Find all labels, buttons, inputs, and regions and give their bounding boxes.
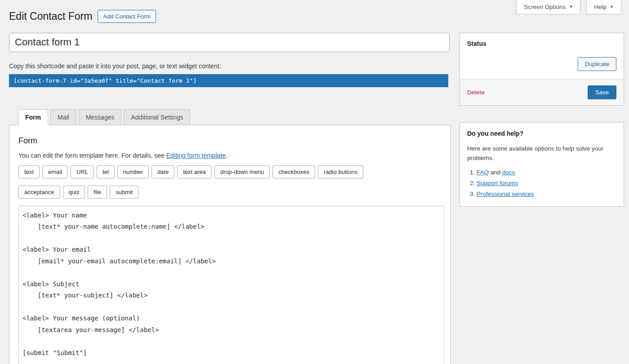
panel-description: You can edit the form template here. For… <box>18 152 441 159</box>
save-button[interactable]: Save <box>588 85 616 99</box>
sidebar: Status Duplicate Delete Save Do you need… <box>459 33 624 207</box>
tag-button-tel[interactable]: tel <box>97 165 115 178</box>
help-intro: Here are some available options to help … <box>460 138 624 163</box>
duplicate-row: Duplicate <box>460 50 624 79</box>
chevron-down-icon: ▼ <box>569 5 573 9</box>
tag-button-drop-down-menu[interactable]: drop-down menu <box>214 165 270 178</box>
delete-link[interactable]: Delete <box>467 89 485 96</box>
tag-generator: text email URL tel number date text area… <box>18 165 444 199</box>
help-heading: Do you need help? <box>460 123 624 138</box>
tag-button-acceptance[interactable]: acceptance <box>18 186 60 199</box>
content-layout: Copy this shortcode and paste it into yo… <box>9 33 629 364</box>
tab-form[interactable]: Form <box>18 109 48 125</box>
status-footer: Delete Save <box>460 79 624 105</box>
main-column: Copy this shortcode and paste it into yo… <box>9 33 451 364</box>
support-forums-link[interactable]: Support forums <box>477 180 518 186</box>
form-title-input[interactable] <box>9 33 450 52</box>
help-list-item: Professional services <box>477 191 616 197</box>
panel-heading: Form <box>18 136 441 146</box>
form-template-textarea[interactable]: <label> Your name [text* your-name autoc… <box>18 206 444 364</box>
help-list: FAQ and docs Support forums Professional… <box>477 169 616 197</box>
help-list-item: FAQ and docs <box>477 169 616 176</box>
tag-button-quiz[interactable]: quiz <box>63 186 85 199</box>
panel-description-period: . <box>226 152 228 159</box>
tab-messages[interactable]: Messages <box>79 109 122 125</box>
tag-button-text[interactable]: text <box>18 165 40 178</box>
shortcode-description: Copy this shortcode and paste it into yo… <box>9 62 451 70</box>
add-contact-form-button[interactable]: Add Contact Form <box>98 10 156 23</box>
shortcode-field[interactable]: [contact-form-7 id="3a5ea0f" title="Cont… <box>9 74 448 87</box>
form-panel: Form You can edit the form template here… <box>9 125 451 364</box>
tag-button-url[interactable]: URL <box>71 165 94 178</box>
status-heading: Status <box>460 33 624 50</box>
editing-form-template-link[interactable]: Editing form template <box>166 152 226 159</box>
chevron-down-icon: ▼ <box>610 5 614 9</box>
duplicate-button[interactable]: Duplicate <box>578 57 616 71</box>
tab-mail[interactable]: Mail <box>50 109 76 125</box>
tag-button-date[interactable]: date <box>152 165 174 178</box>
page-title: Edit Contact Form <box>9 10 92 23</box>
tag-button-radio-buttons[interactable]: radio buttons <box>318 165 363 178</box>
faq-link[interactable]: FAQ <box>477 169 489 176</box>
tag-button-email[interactable]: email <box>42 165 68 178</box>
help-list-item-text: and <box>489 169 502 176</box>
docs-link[interactable]: docs <box>502 169 515 176</box>
tag-button-submit[interactable]: submit <box>110 186 138 199</box>
tag-button-file[interactable]: file <box>88 186 107 199</box>
help-list-item: Support forums <box>477 180 616 186</box>
status-box: Status Duplicate Delete Save <box>459 33 624 106</box>
tag-button-number[interactable]: number <box>117 165 149 178</box>
screen-meta-links: Screen Options ▼ Help ▼ <box>516 0 621 14</box>
help-box: Do you need help? Here are some availabl… <box>459 122 624 207</box>
help-label: Help <box>594 4 607 10</box>
tag-button-text-area[interactable]: text area <box>177 165 212 178</box>
tag-button-checkboxes[interactable]: checkboxes <box>272 165 315 178</box>
professional-services-link[interactable]: Professional services <box>477 191 534 197</box>
screen-options-label: Screen Options <box>524 4 566 10</box>
tab-bar: Form Mail Messages Additional Settings <box>9 109 451 125</box>
help-button[interactable]: Help ▼ <box>586 0 621 14</box>
panel-description-text: You can edit the form template here. For… <box>18 152 166 159</box>
screen-options-button[interactable]: Screen Options ▼ <box>516 0 580 14</box>
tab-additional-settings[interactable]: Additional Settings <box>124 109 190 125</box>
